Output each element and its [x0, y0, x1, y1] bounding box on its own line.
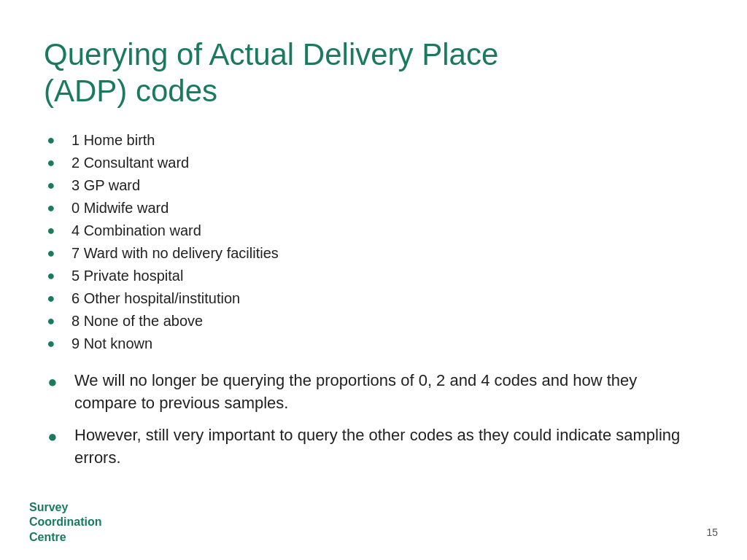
list-item: 8 None of the above — [44, 311, 703, 331]
list-item: 0 Midwife ward — [44, 198, 703, 218]
list-item: 3 GP ward — [44, 176, 703, 195]
list-item: However, still very important to query t… — [44, 424, 703, 470]
list-item: 4 Combination ward — [44, 221, 703, 241]
footer-logo: Survey Coordination Centre — [29, 500, 102, 545]
list-item: 6 Other hospital/institution — [44, 289, 703, 308]
content-area: 1 Home birth2 Consultant ward3 GP ward0 … — [44, 131, 703, 480]
list-item: 1 Home birth — [44, 131, 703, 150]
footer-logo-area: Survey Coordination Centre — [29, 500, 102, 545]
page-number: 15 — [706, 526, 718, 538]
list-item: 7 Ward with no delivery facilities — [44, 244, 703, 263]
slide: Querying of Actual Delivery Place (ADP) … — [0, 0, 747, 560]
bullet-points: We will no longer be querying the propor… — [44, 370, 703, 480]
slide-title: Querying of Actual Delivery Place (ADP) … — [44, 36, 703, 110]
list-item: We will no longer be querying the propor… — [44, 370, 703, 415]
list-item: 9 Not known — [44, 334, 703, 354]
list-item: 2 Consultant ward — [44, 153, 703, 173]
codes-list: 1 Home birth2 Consultant ward3 GP ward0 … — [44, 131, 703, 357]
list-item: 5 Private hospital — [44, 266, 703, 286]
